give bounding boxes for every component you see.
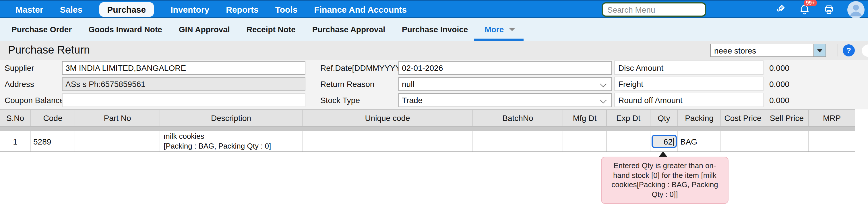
subnav-gin-approval[interactable]: GIN Approval [179, 18, 230, 41]
description-line2: [Packing : BAG, Packing Qty : 0] [164, 142, 271, 151]
chevron-down-icon [600, 97, 607, 104]
notifications-bell-icon[interactable]: 99+ [799, 3, 811, 16]
col-header-batch-no: BatchNo [473, 110, 563, 126]
qty-error-tooltip: Entered Qty is greater than on-hand stoc… [601, 157, 728, 204]
coupon-balance-field[interactable] [62, 93, 305, 107]
items-table-header: S.No Code Part No Description Unique cod… [0, 109, 855, 127]
nav-finance-and-accounts[interactable]: Finance And Accounts [314, 5, 407, 15]
qty-value: 62 [663, 137, 673, 146]
col-header-unique-code: Unique code [303, 110, 473, 126]
nav-master[interactable]: Master [16, 5, 43, 15]
supplier-field[interactable] [62, 61, 305, 75]
col-header-packing: Packing [678, 110, 721, 126]
col-header-mrp: MRP [809, 110, 855, 126]
nav-sales[interactable]: Sales [60, 5, 82, 15]
store-selector-value: neee stores [711, 44, 813, 56]
freight-value: 0.000 [769, 79, 789, 89]
col-header-qty: Qty [650, 110, 678, 126]
address-field [62, 77, 305, 91]
freight-label: Freight [614, 77, 764, 91]
printer-icon[interactable] [823, 4, 835, 15]
cell-unique-code [303, 131, 473, 151]
chevron-down-icon [508, 28, 515, 31]
return-reason-label: Return Reason [320, 79, 374, 89]
user-avatar[interactable] [847, 1, 865, 18]
col-header-part-no: Part No [75, 110, 160, 126]
cell-sno: 1 [0, 131, 31, 151]
text-caret [673, 137, 674, 146]
cell-batch-no [473, 131, 563, 151]
round-off-amount-value: 0.000 [769, 96, 789, 105]
page-title: Purchase Return [8, 44, 90, 56]
cell-description: milk cookies [Packing : BAG, Packing Qty… [160, 131, 303, 151]
ref-date-field[interactable] [398, 61, 612, 75]
subnav-goods-inward-note[interactable]: Goods Inward Note [88, 18, 162, 41]
purchase-return-form: Supplier Ref.Date[DDMMYYYY] Disc Amount … [0, 60, 868, 109]
col-header-exp-dt: Exp Dt [607, 110, 650, 126]
stock-type-value: Trade [402, 96, 423, 105]
titlebar-divider [838, 44, 838, 56]
disc-amount-value: 0.000 [769, 63, 789, 73]
form-row-3: Coupon Balance Stock Type Trade Round of… [0, 93, 868, 107]
nav-tools[interactable]: Tools [275, 5, 298, 15]
store-selector-dropdown[interactable]: neee stores [710, 44, 826, 57]
table-row[interactable]: 1 5289 milk cookies [Packing : BAG, Pack… [0, 131, 855, 152]
return-reason-value: null [402, 79, 414, 89]
tooltip-arrow-up-icon [658, 151, 668, 157]
cell-qty: 62 [650, 131, 678, 151]
col-header-code: Code [31, 110, 75, 126]
notification-count-badge: 99+ [804, 0, 817, 6]
help-icon[interactable]: ? [843, 44, 855, 56]
col-header-sell-price: Sell Price [765, 110, 809, 126]
cell-exp-dt [607, 131, 650, 151]
cell-packing: BAG [678, 131, 721, 151]
table-header-divider-strip [0, 127, 855, 131]
ref-date-label: Ref.Date[DDMMYYYY] [320, 63, 403, 73]
subnav-purchase-order[interactable]: Purchase Order [11, 18, 72, 41]
qty-input[interactable]: 62 [651, 135, 677, 148]
cell-cost-price [721, 131, 765, 151]
subnav-more-label: More [485, 25, 504, 34]
cell-mrp [809, 131, 855, 151]
form-row-2: Address Return Reason null Freight 0.000 [0, 77, 868, 91]
col-header-sno: S.No [0, 110, 31, 126]
form-row-1: Supplier Ref.Date[DDMMYYYY] Disc Amount … [0, 61, 868, 75]
nav-inventory[interactable]: Inventory [170, 5, 209, 15]
col-header-cost-price: Cost Price [721, 110, 765, 126]
triangle-down-icon [817, 49, 823, 52]
subnav-receipt-note[interactable]: Receipt Note [247, 18, 296, 41]
paintbrush-icon[interactable] [774, 3, 786, 16]
coupon-balance-label: Coupon Balance [5, 96, 64, 105]
top-nav-bar: Master Sales Purchase Inventory Reports … [0, 0, 868, 18]
address-label: Address [5, 79, 34, 89]
cell-sell-price [765, 131, 809, 151]
stock-type-label: Stock Type [320, 96, 360, 105]
dropdown-arrow-button[interactable] [813, 44, 826, 56]
search-input[interactable] [601, 2, 706, 17]
col-header-mfg-dt: Mfg Dt [563, 110, 607, 126]
supplier-label: Supplier [5, 63, 34, 73]
cell-part-no [75, 131, 160, 151]
cell-code: 5289 [31, 131, 75, 151]
description-line1: milk cookies [164, 132, 205, 142]
page-title-bar: Purchase Return neee stores ? [0, 41, 868, 60]
cell-mfg-dt [563, 131, 607, 151]
purchase-return-screen: Master Sales Purchase Inventory Reports … [0, 0, 868, 205]
round-off-amount-label: Round off Amount [614, 93, 764, 107]
purchase-sub-nav: Purchase Order Goods Inward Note GIN App… [0, 18, 868, 41]
disc-amount-label: Disc Amount [614, 60, 764, 75]
col-header-description: Description [160, 110, 303, 126]
chevron-down-icon [600, 81, 607, 87]
return-reason-select[interactable]: null [398, 77, 612, 91]
nav-reports[interactable]: Reports [226, 5, 258, 15]
nav-purchase[interactable]: Purchase [99, 2, 154, 17]
stock-type-select[interactable]: Trade [398, 93, 612, 107]
subnav-purchase-approval[interactable]: Purchase Approval [312, 18, 385, 41]
subnav-more-menu[interactable]: More [485, 18, 515, 41]
subnav-purchase-invoice[interactable]: Purchase Invoice [402, 18, 468, 41]
